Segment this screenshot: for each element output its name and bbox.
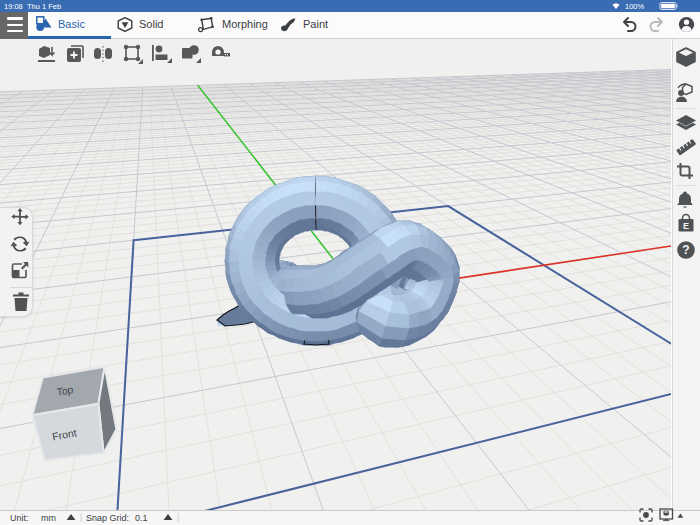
svg-text:?: ? bbox=[682, 243, 689, 257]
svg-text:100%: 100% bbox=[625, 2, 645, 11]
svg-text:E: E bbox=[683, 221, 689, 231]
